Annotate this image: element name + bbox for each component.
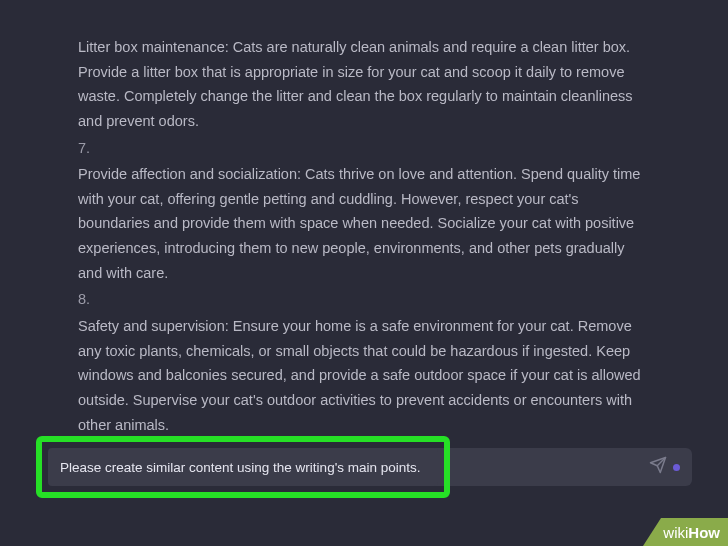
prompt-input[interactable] bbox=[48, 448, 438, 486]
prompt-input-row bbox=[36, 436, 692, 498]
list-number-8: 8. bbox=[78, 287, 650, 312]
badge-label: wikiHow bbox=[661, 518, 728, 546]
badge-how: How bbox=[688, 524, 720, 541]
send-area bbox=[649, 456, 692, 478]
paragraph-affection: Provide affection and socialization: Cat… bbox=[78, 162, 650, 285]
badge-triangle bbox=[643, 518, 661, 546]
send-icon[interactable] bbox=[649, 456, 667, 478]
badge-wiki: wiki bbox=[663, 524, 688, 541]
paragraph-safety: Safety and supervision: Ensure your home… bbox=[78, 314, 650, 437]
wikihow-watermark: wikiHow bbox=[643, 518, 728, 546]
chat-response-text: Litter box maintenance: Cats are natural… bbox=[0, 0, 728, 459]
list-number-7: 7. bbox=[78, 136, 650, 161]
paragraph-litter: Litter box maintenance: Cats are natural… bbox=[78, 35, 650, 134]
tutorial-highlight bbox=[36, 436, 450, 498]
status-dot-icon bbox=[673, 464, 680, 471]
